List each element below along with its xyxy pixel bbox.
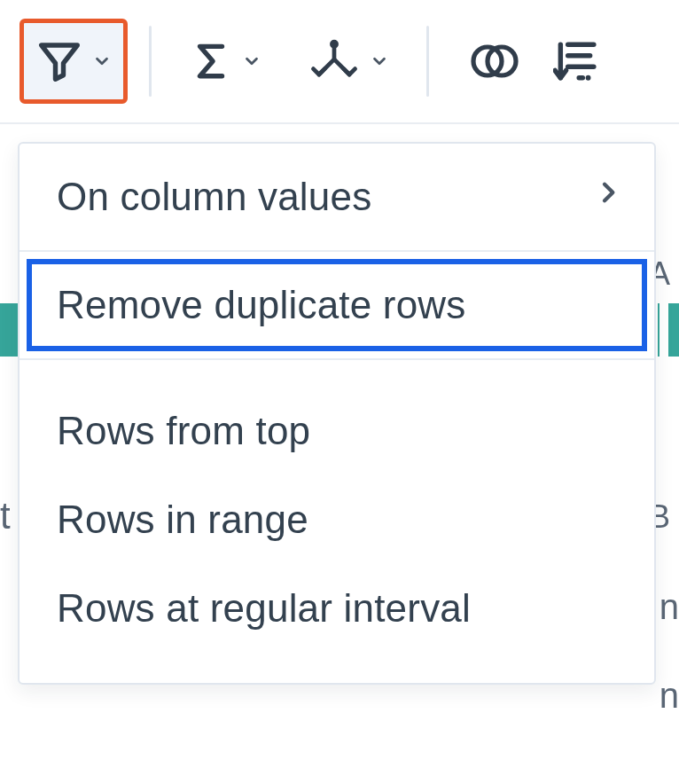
bg-teal-left bbox=[0, 303, 18, 357]
sort-button[interactable] bbox=[548, 20, 603, 102]
bg-left-t: t bbox=[0, 495, 11, 537]
chevron-down-icon bbox=[370, 51, 389, 71]
filter-button[interactable] bbox=[21, 20, 126, 102]
sigma-icon bbox=[189, 37, 233, 85]
bg-teal-gap bbox=[659, 303, 668, 357]
svg-point-0 bbox=[332, 42, 336, 46]
menu-item-label: Rows in range bbox=[57, 498, 629, 542]
svg-point-7 bbox=[586, 75, 591, 81]
menu-item-label: Rows at regular interval bbox=[57, 586, 629, 631]
join-button[interactable] bbox=[452, 20, 530, 102]
pivot-button[interactable] bbox=[293, 20, 403, 102]
menu-item-remove-duplicate-rows[interactable]: Remove duplicate rows bbox=[20, 252, 654, 358]
menu-item-rows-in-range[interactable]: Rows in range bbox=[20, 475, 654, 564]
chevron-right-icon bbox=[594, 175, 622, 219]
chevron-down-icon bbox=[242, 51, 261, 71]
overlap-icon bbox=[466, 37, 523, 85]
pivot-icon bbox=[308, 36, 361, 86]
funnel-icon bbox=[35, 37, 83, 85]
filter-menu: On column values Remove duplicate rows R… bbox=[18, 142, 656, 685]
bg-row-n2: n bbox=[659, 676, 679, 716]
menu-item-label: Rows from top bbox=[57, 409, 629, 453]
sort-icon bbox=[553, 36, 597, 86]
menu-item-label: Remove duplicate rows bbox=[57, 283, 629, 327]
menu-item-on-column-values[interactable]: On column values bbox=[20, 144, 654, 250]
chevron-down-icon bbox=[92, 51, 112, 71]
menu-item-rows-from-top[interactable]: Rows from top bbox=[20, 387, 654, 475]
menu-item-label: On column values bbox=[57, 175, 629, 219]
aggregate-button[interactable] bbox=[175, 20, 276, 102]
bg-row-n1: n bbox=[659, 587, 679, 627]
toolbar-divider bbox=[149, 26, 152, 97]
menu-group: Rows from top Rows in range Rows at regu… bbox=[20, 360, 654, 683]
menu-item-rows-at-regular-interval[interactable]: Rows at regular interval bbox=[20, 564, 654, 653]
toolbar bbox=[0, 0, 679, 124]
toolbar-divider bbox=[426, 26, 429, 97]
